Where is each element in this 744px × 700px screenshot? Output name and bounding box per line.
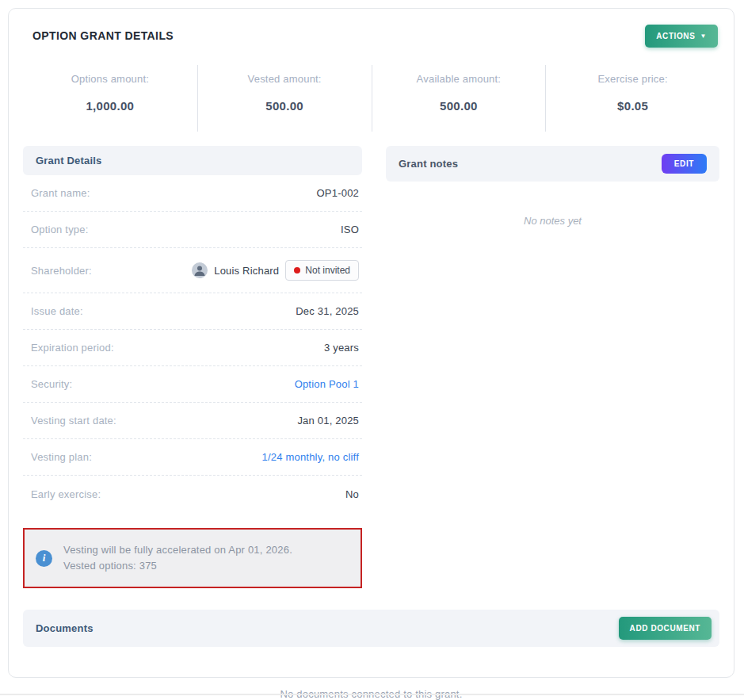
notes-empty-text: No notes yet bbox=[386, 215, 719, 227]
row-vesting-plan: Vesting plan: 1/24 monthly, no cliff bbox=[23, 439, 362, 476]
stat-vested-amount: Vested amount: 500.00 bbox=[197, 65, 372, 132]
row-value: No bbox=[345, 488, 359, 500]
status-badge-label: Not invited bbox=[305, 265, 350, 276]
option-grant-card: OPTION GRANT DETAILS ACTIONS ▼ Options a… bbox=[8, 8, 734, 678]
grant-details-panel: Grant Details Grant name: OP1-002 Option… bbox=[23, 146, 362, 588]
row-label: Early exercise: bbox=[31, 488, 101, 500]
card-header: OPTION GRANT DETAILS ACTIONS ▼ bbox=[23, 25, 719, 48]
page-title: OPTION GRANT DETAILS bbox=[25, 25, 174, 42]
grant-notes-panel: Grant notes EDIT No notes yet bbox=[386, 146, 719, 588]
alert-text: Vesting will be fully accelerated on Apr… bbox=[63, 542, 292, 574]
grant-notes-title: Grant notes bbox=[399, 158, 458, 170]
row-label: Security: bbox=[31, 378, 72, 390]
avatar bbox=[192, 262, 208, 278]
row-early-exercise: Early exercise: No bbox=[23, 476, 362, 512]
stat-value: $0.05 bbox=[546, 99, 719, 113]
status-badge: Not invited bbox=[285, 260, 359, 281]
row-label: Expiration period: bbox=[31, 342, 114, 354]
documents-header: Documents ADD DOCUMENT bbox=[23, 610, 719, 647]
row-value: OP1-002 bbox=[317, 187, 359, 199]
row-label: Option type: bbox=[31, 224, 89, 235]
row-shareholder: Shareholder: Louis Richard Not invited bbox=[23, 248, 362, 293]
documents-title: Documents bbox=[36, 622, 93, 634]
stat-value: 500.00 bbox=[372, 99, 546, 113]
row-label: Vesting plan: bbox=[31, 451, 92, 463]
stats-row: Options amount: 1,000.00 Vested amount: … bbox=[23, 65, 719, 132]
stat-exercise-price: Exercise price: $0.05 bbox=[545, 65, 719, 132]
stat-label: Options amount: bbox=[23, 73, 197, 85]
vesting-plan-link[interactable]: 1/24 monthly, no cliff bbox=[262, 451, 359, 463]
row-grant-name: Grant name: OP1-002 bbox=[23, 175, 362, 212]
chevron-down-icon: ▼ bbox=[700, 33, 707, 40]
row-issue-date: Issue date: Dec 31, 2025 bbox=[23, 293, 362, 330]
alert-line-2: Vested options: 375 bbox=[63, 560, 157, 572]
grant-notes-header: Grant notes EDIT bbox=[386, 146, 719, 182]
shareholder-value: Louis Richard Not invited bbox=[192, 260, 359, 281]
avatar-person-icon bbox=[192, 262, 208, 278]
main-grid: Grant Details Grant name: OP1-002 Option… bbox=[23, 146, 719, 588]
row-label: Shareholder: bbox=[31, 265, 92, 277]
bottom-divider bbox=[0, 694, 744, 695]
actions-button-label: ACTIONS bbox=[656, 32, 695, 40]
shareholder-name[interactable]: Louis Richard bbox=[214, 265, 279, 277]
stat-label: Available amount: bbox=[372, 73, 546, 85]
row-label: Grant name: bbox=[31, 187, 90, 199]
security-link[interactable]: Option Pool 1 bbox=[295, 378, 359, 390]
stat-available-amount: Available amount: 500.00 bbox=[372, 65, 546, 132]
row-value: ISO bbox=[341, 224, 359, 235]
row-vesting-start-date: Vesting start date: Jan 01, 2025 bbox=[23, 403, 362, 439]
stat-value: 500.00 bbox=[198, 99, 372, 113]
add-document-button[interactable]: ADD DOCUMENT bbox=[619, 617, 712, 640]
row-expiration-period: Expiration period: 3 years bbox=[23, 330, 362, 366]
stat-value: 1,000.00 bbox=[23, 99, 197, 113]
stat-label: Vested amount: bbox=[198, 73, 372, 85]
documents-section: Documents ADD DOCUMENT No documents conn… bbox=[23, 610, 719, 700]
stat-label: Exercise price: bbox=[546, 73, 719, 85]
row-security: Security: Option Pool 1 bbox=[23, 366, 362, 403]
grant-details-header: Grant Details bbox=[23, 146, 362, 175]
stat-options-amount: Options amount: 1,000.00 bbox=[23, 65, 197, 132]
row-value: Jan 01, 2025 bbox=[297, 415, 359, 427]
row-value: 3 years bbox=[324, 342, 359, 354]
row-value: Dec 31, 2025 bbox=[296, 305, 359, 317]
edit-notes-button[interactable]: EDIT bbox=[662, 154, 707, 174]
row-option-type: Option type: ISO bbox=[23, 212, 362, 248]
actions-button[interactable]: ACTIONS ▼ bbox=[645, 25, 718, 48]
row-label: Issue date: bbox=[31, 305, 83, 317]
grant-details-title: Grant Details bbox=[36, 155, 102, 166]
info-icon: i bbox=[36, 550, 52, 567]
vesting-acceleration-alert: i Vesting will be fully accelerated on A… bbox=[23, 528, 362, 588]
alert-line-1: Vesting will be fully accelerated on Apr… bbox=[63, 544, 292, 556]
status-dot-icon bbox=[294, 267, 300, 273]
row-label: Vesting start date: bbox=[31, 415, 116, 427]
